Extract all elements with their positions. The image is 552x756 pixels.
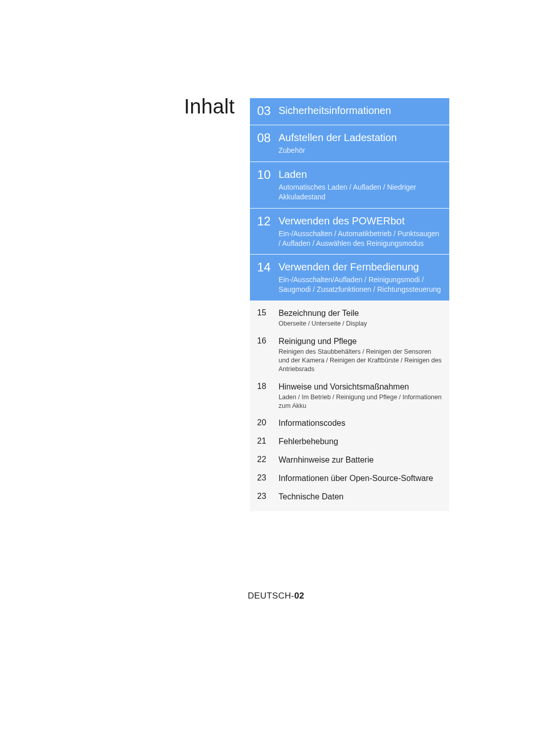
toc-heading: Sicherheitsinformationen — [279, 104, 442, 117]
toc-heading: Verwenden der Fernbedienung — [279, 261, 442, 273]
toc-heading: Bezeichnung der Teile — [279, 308, 442, 318]
toc-page-number: 10 — [257, 168, 273, 202]
toc-minor-item: 20 Informationscodes — [257, 418, 442, 428]
toc-heading: Hinweise und Vorsichtsmaßnahmen — [279, 382, 442, 392]
toc-page-number: 08 — [257, 131, 273, 155]
toc-minor-item: 15 Bezeichnung der Teile Oberseite / Unt… — [257, 308, 442, 328]
toc-minor-item: 22 Warnhinweise zur Batterie — [257, 455, 442, 465]
toc-major-item: 10 Laden Automatisches Laden / Aufladen … — [250, 162, 449, 209]
toc-minor-item: 21 Fehlerbehebung — [257, 437, 442, 447]
footer-page-number: 02 — [294, 591, 305, 601]
toc-subheading: Reinigen des Staubbehälters / Reinigen d… — [279, 348, 442, 374]
toc-page-number: 15 — [257, 308, 273, 328]
toc-subheading: Zubehör — [279, 146, 442, 155]
toc-subheading: Ein-/Ausschalten / Automatikbetrieb / Pu… — [279, 229, 442, 248]
page-title: Inhalt — [184, 95, 235, 118]
toc-page-number: 18 — [257, 382, 273, 410]
toc-subheading: Automatisches Laden / Aufladen / Niedrig… — [279, 182, 442, 202]
toc-minor-block: 15 Bezeichnung der Teile Oberseite / Unt… — [250, 301, 449, 511]
toc-subheading: Laden / Im Betrieb / Reinigung und Pfleg… — [279, 393, 442, 410]
toc-page-number: 23 — [257, 473, 273, 484]
toc-heading: Fehlerbehebung — [279, 437, 442, 447]
toc-heading: Warnhinweise zur Batterie — [279, 455, 442, 465]
footer-language: DEUTSCH- — [248, 591, 294, 601]
toc-heading: Aufstellen der Ladestation — [279, 131, 442, 144]
toc-minor-item: 16 Reinigung und Pflege Reinigen des Sta… — [257, 336, 442, 374]
toc-subheading: Oberseite / Unterseite / Display — [279, 319, 442, 328]
toc-page-number: 23 — [257, 492, 273, 502]
toc-heading: Informationscodes — [279, 418, 442, 428]
toc-major-item: 12 Verwenden des POWERbot Ein-/Ausschalt… — [250, 209, 449, 255]
page-footer: DEUTSCH-02 — [0, 591, 552, 601]
toc-page-number: 20 — [257, 418, 273, 428]
table-of-contents: 03 Sicherheitsinformationen 08 Aufstelle… — [250, 98, 449, 511]
toc-subheading: Ein-/Ausschalten/Aufladen / Reinigungsmo… — [279, 275, 442, 294]
toc-page-number: 16 — [257, 336, 273, 374]
toc-page-number: 12 — [257, 215, 273, 248]
toc-heading: Laden — [279, 168, 442, 180]
toc-heading: Verwenden des POWERbot — [279, 215, 442, 227]
toc-heading: Technische Daten — [279, 492, 442, 502]
toc-minor-item: 23 Informationen über Open-Source-Softwa… — [257, 473, 442, 484]
toc-page-number: 21 — [257, 437, 273, 447]
toc-page-number: 14 — [257, 261, 273, 294]
toc-heading: Informationen über Open-Source-Software — [279, 473, 442, 484]
toc-minor-item: 23 Technische Daten — [257, 492, 442, 502]
toc-major-item: 03 Sicherheitsinformationen — [250, 98, 449, 125]
toc-heading: Reinigung und Pflege — [279, 336, 442, 347]
toc-major-item: 08 Aufstellen der Ladestation Zubehör — [250, 125, 449, 162]
toc-major-item: 14 Verwenden der Fernbedienung Ein-/Auss… — [250, 255, 449, 301]
toc-minor-item: 18 Hinweise und Vorsichtsmaßnahmen Laden… — [257, 382, 442, 410]
toc-page-number: 03 — [257, 104, 273, 119]
toc-page-number: 22 — [257, 455, 273, 465]
